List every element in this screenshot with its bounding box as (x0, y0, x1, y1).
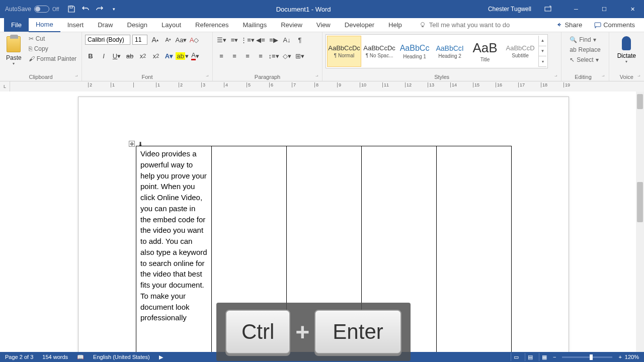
find-button[interactable]: 🔍Find ▾ (568, 35, 602, 44)
ribbon-display-icon[interactable] (536, 0, 559, 18)
scroll-up-icon[interactable]: ▲ (539, 36, 546, 46)
text-effects-icon[interactable]: A▾ (164, 50, 175, 61)
select-button[interactable]: ↖Select ▾ (568, 55, 602, 64)
borders-icon[interactable]: ⊞▾ (294, 50, 305, 61)
font-name-select[interactable] (85, 35, 130, 45)
replace-button[interactable]: abReplace (568, 45, 602, 54)
scroll-down-icon[interactable]: ▼ (539, 46, 546, 57)
scrollbar-thumb[interactable] (637, 182, 643, 222)
user-name[interactable]: Chester Tugwell (488, 6, 531, 13)
style-subtitle[interactable]: AaBbCcDSubtitle (503, 36, 537, 67)
show-marks-icon[interactable]: ¶ (294, 34, 305, 45)
tab-insert[interactable]: Insert (60, 18, 91, 32)
table-move-handle[interactable]: ✥ (129, 141, 135, 147)
font-size-select[interactable] (132, 35, 147, 45)
shrink-font-icon[interactable]: A▾ (163, 34, 174, 45)
tab-design[interactable]: Design (120, 18, 154, 32)
subscript-button[interactable]: x2 (137, 50, 148, 61)
expand-icon[interactable]: ▾ (539, 56, 546, 67)
shading-icon[interactable]: ◇▾ (281, 50, 292, 61)
font-color-icon[interactable]: A▾ (190, 50, 201, 61)
close-button[interactable]: ✕ (621, 0, 644, 18)
style-normal[interactable]: AaBbCcDc¶ Normal (327, 36, 361, 67)
scrollbar-thumb[interactable] (637, 94, 643, 109)
qat-dropdown-icon[interactable]: ▾ (109, 4, 119, 14)
tab-developer[interactable]: Developer (338, 18, 381, 32)
strikethrough-button[interactable]: ab (124, 50, 135, 61)
highlight-icon[interactable]: ab▾ (177, 50, 188, 61)
tell-me-search[interactable] (419, 21, 530, 29)
print-layout-icon[interactable]: ▤ (525, 353, 536, 361)
align-right-icon[interactable]: ≡ (242, 50, 253, 61)
numbering-icon[interactable]: ≡▾ (229, 34, 240, 45)
vertical-scrollbar[interactable] (636, 92, 644, 352)
word-count[interactable]: 154 words (42, 354, 68, 360)
group-paragraph: ☰▾ ≡▾ ⋮≡▾ ◀≡ ≡▶ A↓ ¶ ≡ ≡ ≡ ≡ ↕≡▾ ◇▾ ⊞▾ P… (213, 32, 323, 81)
undo-icon[interactable] (80, 4, 91, 14)
tab-mailings[interactable]: Mailings (236, 18, 274, 32)
styles-scroll[interactable]: ▲▼▾ (538, 36, 546, 67)
zoom-slider[interactable] (562, 356, 612, 358)
decrease-indent-icon[interactable]: ◀≡ (255, 34, 266, 45)
styles-gallery[interactable]: AaBbCcDc¶ Normal AaBbCcDc¶ No Spac... Aa… (326, 34, 548, 68)
tab-selector[interactable]: L (0, 81, 10, 92)
table-cell[interactable]: Video provides a powerful way to help yo… (136, 146, 212, 352)
web-layout-icon[interactable]: ▦ (539, 353, 550, 361)
read-mode-icon[interactable]: ▭ (511, 353, 522, 361)
tab-help[interactable]: Help (381, 18, 409, 32)
tab-draw[interactable]: Draw (91, 18, 120, 32)
page-indicator[interactable]: Page 2 of 3 (5, 354, 33, 360)
dictate-button[interactable]: Dictate ▾ (612, 34, 641, 66)
clear-format-icon[interactable]: A◇ (189, 34, 200, 45)
bullets-icon[interactable]: ☰▾ (216, 34, 227, 45)
tab-references[interactable]: References (188, 18, 235, 32)
table-cell[interactable] (437, 146, 512, 352)
line-spacing-icon[interactable]: ↕≡▾ (268, 50, 279, 61)
bold-button[interactable]: B (85, 50, 96, 61)
tab-home[interactable]: Home (29, 18, 60, 32)
italic-button[interactable]: I (98, 50, 109, 61)
comments-button[interactable]: Comments (590, 19, 639, 31)
paste-button[interactable]: Paste ▾ (3, 34, 25, 68)
ruler: L 2112345678910111213141516171819 (0, 81, 644, 92)
style-title[interactable]: AaBTitle (468, 36, 502, 67)
underline-button[interactable]: U▾ (111, 50, 122, 61)
increase-indent-icon[interactable]: ≡▶ (268, 34, 279, 45)
multilevel-icon[interactable]: ⋮≡▾ (242, 34, 253, 45)
tab-view[interactable]: View (309, 18, 338, 32)
save-icon[interactable] (66, 4, 76, 14)
zoom-in-button[interactable]: + (618, 354, 621, 360)
share-button[interactable]: Share (551, 19, 586, 31)
tab-file[interactable]: File (4, 18, 29, 32)
maximize-button[interactable]: ☐ (593, 0, 616, 18)
align-center-icon[interactable]: ≡ (229, 50, 240, 61)
tab-layout[interactable]: Layout (154, 18, 188, 32)
sort-icon[interactable]: A↓ (281, 34, 292, 45)
macro-icon[interactable]: ▶ (159, 354, 163, 360)
spell-check-icon[interactable]: 📖 (77, 354, 84, 360)
justify-icon[interactable]: ≡ (255, 50, 266, 61)
minimize-button[interactable]: ─ (565, 0, 588, 18)
redo-icon[interactable] (95, 4, 105, 14)
language-indicator[interactable]: English (United States) (93, 354, 150, 360)
style-heading1[interactable]: AaBbCcHeading 1 (397, 36, 432, 67)
horizontal-ruler[interactable]: 2112345678910111213141516171819 (10, 81, 644, 92)
superscript-button[interactable]: x2 (150, 50, 162, 61)
share-icon (555, 22, 562, 29)
cut-button[interactable]: ✂Cut (27, 34, 78, 43)
zoom-out-button[interactable]: − (553, 354, 556, 360)
zoom-level[interactable]: 120% (625, 354, 639, 360)
grow-font-icon[interactable]: A▴ (149, 34, 160, 45)
autosave-toggle[interactable]: AutoSave Off (5, 6, 59, 13)
brush-icon: 🖌 (29, 55, 35, 62)
style-nospacing[interactable]: AaBbCcDc¶ No Spac... (362, 36, 396, 67)
change-case-icon[interactable]: Aa▾ (176, 34, 187, 45)
ribbon-tabs: File Home Insert Draw Design Layout Refe… (0, 18, 644, 32)
format-painter-button[interactable]: 🖌Format Painter (27, 54, 78, 63)
tell-me-input[interactable] (429, 21, 530, 29)
align-left-icon[interactable]: ≡ (216, 50, 227, 61)
copy-button[interactable]: ⎘Copy (27, 44, 78, 53)
style-heading2[interactable]: AaBbCcIHeading 2 (433, 36, 467, 67)
group-label: Styles (326, 73, 558, 80)
tab-review[interactable]: Review (274, 18, 309, 32)
